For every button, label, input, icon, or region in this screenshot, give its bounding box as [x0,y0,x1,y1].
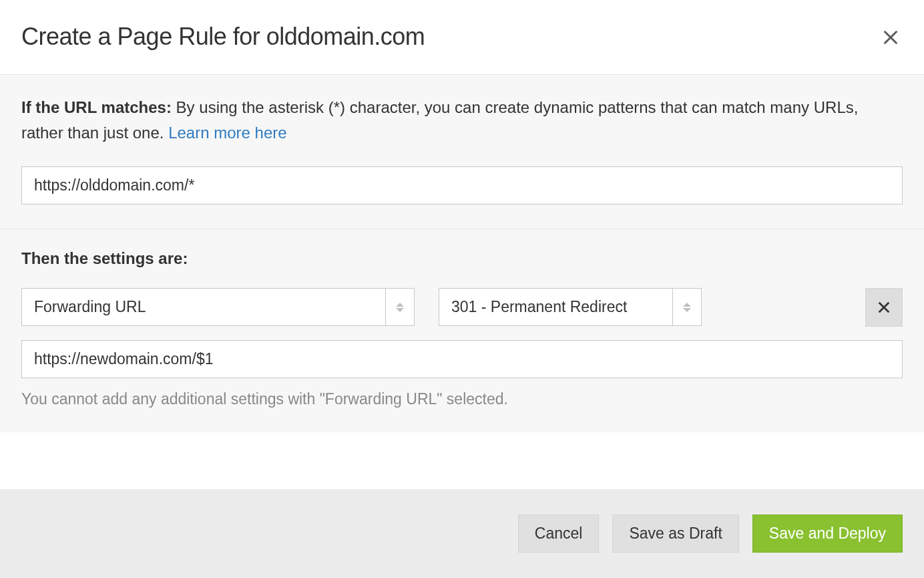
close-icon [881,28,900,47]
close-icon [877,300,891,315]
setting-type-select[interactable]: Forwarding URL [21,288,415,326]
setting-type-value: Forwarding URL [21,288,385,326]
save-draft-button[interactable]: Save as Draft [612,515,738,553]
url-pattern-input[interactable] [21,166,903,204]
remove-setting-button[interactable] [865,288,903,327]
status-code-value: 301 - Permanent Redirect [439,288,672,326]
create-page-rule-modal: Create a Page Rule for olddomain.com If … [0,0,924,578]
url-match-label: If the URL matches: [21,98,172,116]
settings-row: Forwarding URL 301 - Permanent Redirect [21,288,903,327]
chevron-updown-icon [385,288,415,326]
settings-heading: Then the settings are: [21,249,903,268]
modal-title: Create a Page Rule for olddomain.com [21,23,425,51]
close-button[interactable] [879,25,903,51]
url-match-section: If the URL matches: By using the asteris… [0,75,924,229]
url-match-description: If the URL matches: By using the asteris… [21,95,903,146]
settings-section: Then the settings are: Forwarding URL 30… [0,229,924,432]
forwarding-url-note: You cannot add any additional settings w… [21,390,903,408]
cancel-button[interactable]: Cancel [518,515,600,553]
learn-more-link[interactable]: Learn more here [168,124,286,142]
modal-footer: Cancel Save as Draft Save and Deploy [0,489,924,578]
modal-header: Create a Page Rule for olddomain.com [0,0,924,75]
status-code-select[interactable]: 301 - Permanent Redirect [439,288,702,326]
chevron-updown-icon [672,288,702,326]
destination-url-input[interactable] [21,340,903,378]
save-deploy-button[interactable]: Save and Deploy [752,515,903,553]
